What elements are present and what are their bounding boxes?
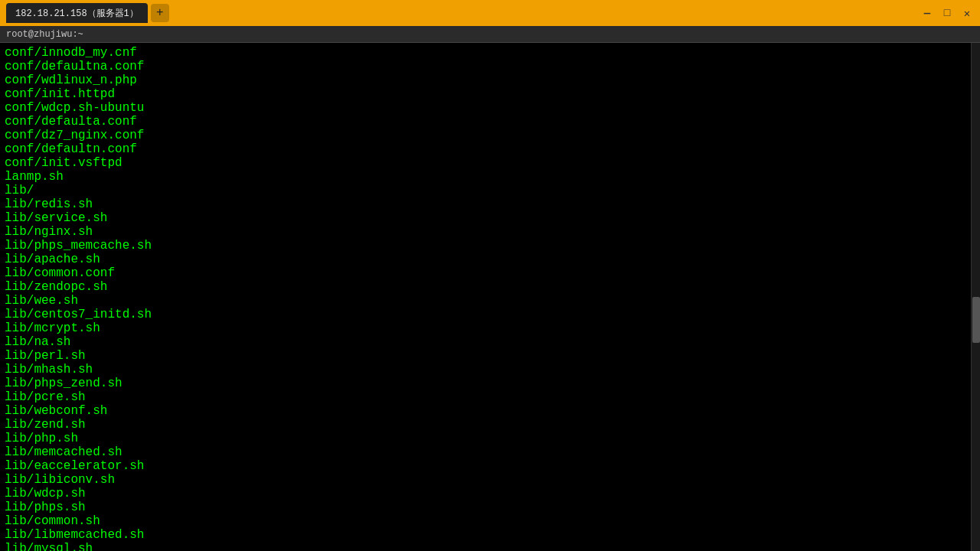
terminal-line: lib/redis.sh [5,197,966,211]
terminal-line: conf/defaultn.conf [5,142,966,156]
terminal-line: lib/common.conf [5,266,966,280]
maximize-button[interactable]: □ [940,6,954,20]
window-controls: — □ ✕ [920,6,974,20]
terminal-line: lib/phps_memcache.sh [5,239,966,253]
terminal-line: lib/zendopc.sh [5,280,966,294]
scrollbar-thumb[interactable] [972,297,980,343]
terminal-line: lib/service.sh [5,211,966,225]
terminal[interactable]: conf/innodb_my.cnfconf/defaultna.confcon… [0,43,971,551]
address-text: root@zhujiwu:~ [6,29,83,40]
terminal-line: conf/dz7_nginx.conf [5,129,966,142]
address-bar: root@zhujiwu:~ [0,26,980,43]
terminal-line: conf/defaulta.conf [5,115,966,129]
terminal-line: lib/perl.sh [5,349,966,363]
terminal-line: lib/eaccelerator.sh [5,459,966,473]
terminal-line: lib/libmemcached.sh [5,528,966,542]
terminal-line: lib/common.sh [5,514,966,528]
terminal-line: conf/wdcp.sh-ubuntu [5,101,966,115]
terminal-line: lib/centos7_initd.sh [5,308,966,321]
terminal-line: lanmp.sh [5,170,966,184]
tab-label: 182.18.21.158（服务器1） [15,7,139,20]
minimize-button[interactable]: — [920,6,934,20]
terminal-line: lib/mcrypt.sh [5,321,966,335]
close-button[interactable]: ✕ [960,6,974,20]
terminal-line: lib/pcre.sh [5,390,966,404]
terminal-line: lib/mhash.sh [5,363,966,377]
terminal-line: lib/libiconv.sh [5,473,966,487]
terminal-line: lib/mysql.sh [5,542,966,551]
terminal-wrapper: conf/innodb_my.cnfconf/defaultna.confcon… [0,43,980,551]
terminal-line: lib/nginx.sh [5,225,966,239]
terminal-line: lib/ [5,184,966,197]
title-bar: 182.18.21.158（服务器1） + — □ ✕ [0,0,980,26]
terminal-line: lib/webconf.sh [5,404,966,418]
terminal-line: lib/php.sh [5,432,966,445]
terminal-line: conf/wdlinux_n.php [5,73,966,87]
terminal-line: conf/innodb_my.cnf [5,46,966,60]
terminal-line: lib/phps_zend.sh [5,377,966,390]
terminal-line: lib/na.sh [5,335,966,349]
terminal-line: lib/memcached.sh [5,445,966,459]
terminal-line: lib/phps.sh [5,500,966,514]
terminal-line: lib/wdcp.sh [5,487,966,500]
terminal-line: lib/wee.sh [5,294,966,308]
terminal-line: conf/defaultna.conf [5,60,966,73]
tab-server[interactable]: 182.18.21.158（服务器1） [6,3,148,23]
scrollbar[interactable] [971,43,980,551]
terminal-line: conf/init.vsftpd [5,156,966,170]
new-tab-button[interactable]: + [151,4,169,22]
terminal-line: conf/init.httpd [5,87,966,101]
terminal-line: lib/zend.sh [5,418,966,432]
terminal-line: lib/apache.sh [5,253,966,266]
